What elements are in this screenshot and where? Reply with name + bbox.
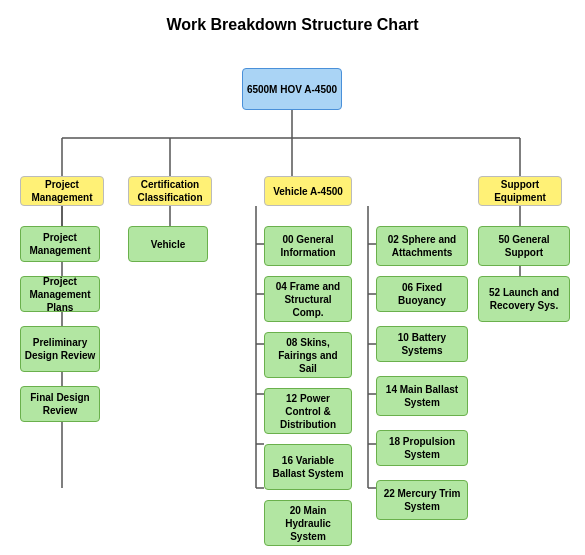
node-v9: 10 Battery Systems — [376, 326, 468, 362]
node-v2: 04 Frame and Structural Comp. — [264, 276, 352, 322]
node-se1: 50 General Support — [478, 226, 570, 266]
node-v1: 00 General Information — [264, 226, 352, 266]
node-v4: 12 Power Control & Distribution — [264, 388, 352, 434]
node-va: Vehicle A-4500 — [264, 176, 352, 206]
node-root: 6500M HOV A-4500 — [242, 68, 342, 110]
node-v10: 14 Main Ballast System — [376, 376, 468, 416]
node-se2: 52 Launch and Recovery Sys. — [478, 276, 570, 322]
node-v7: 02 Sphere and Attachments — [376, 226, 468, 266]
wbs-chart: 6500M HOV A-4500 Project Management Cert… — [10, 48, 575, 555]
node-v5: 16 Variable Ballast System — [264, 444, 352, 490]
node-pm3: Preliminary Design Review — [20, 326, 100, 372]
chart-title: Work Breakdown Structure Chart — [10, 16, 575, 34]
node-v8: 06 Fixed Buoyancy — [376, 276, 468, 312]
node-pm1: Project Management — [20, 226, 100, 262]
node-cc1: Vehicle — [128, 226, 208, 262]
node-v12: 22 Mercury Trim System — [376, 480, 468, 520]
node-pm2: Project Management Plans — [20, 276, 100, 312]
node-cc: Certification Classification — [128, 176, 212, 206]
node-v6: 20 Main Hydraulic System — [264, 500, 352, 546]
node-pm: Project Management — [20, 176, 104, 206]
node-se: Support Equipment — [478, 176, 562, 206]
node-pm4: Final Design Review — [20, 386, 100, 422]
node-v3: 08 Skins, Fairings and Sail — [264, 332, 352, 378]
node-v11: 18 Propulsion System — [376, 430, 468, 466]
